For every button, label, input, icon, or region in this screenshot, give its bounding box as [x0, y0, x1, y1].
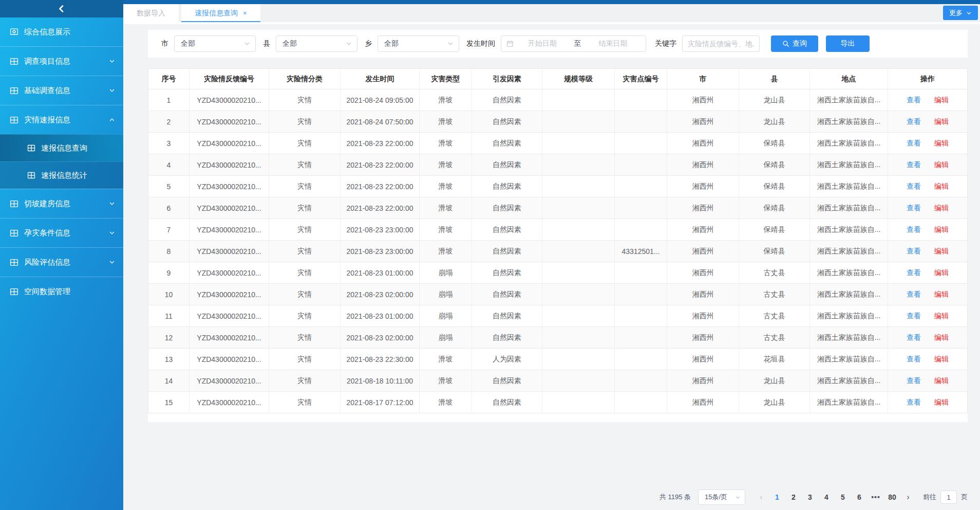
table-row: 12 YZD43000020210... 灾情 2021-08-23 02:00…	[148, 327, 967, 349]
tab-data-import[interactable]: 数据导入	[123, 4, 179, 22]
view-link[interactable]: 查看	[907, 160, 921, 170]
edit-link[interactable]: 编辑	[934, 117, 949, 126]
end-date-placeholder[interactable]: 结束日期	[585, 39, 642, 48]
col-header-factor: 引发因素	[472, 69, 542, 89]
tab-label: 数据导入	[137, 9, 165, 18]
cell-city: 湘西州	[667, 219, 739, 241]
view-link[interactable]: 查看	[907, 268, 921, 278]
more-button[interactable]: 更多	[943, 6, 978, 20]
county-select[interactable]: 全部	[276, 35, 357, 52]
goto-page-input[interactable]	[940, 490, 957, 504]
cell-location: 湘西土家族苗族自...	[810, 370, 888, 392]
next-page-button[interactable]: ›	[900, 493, 916, 502]
cell-point-code	[615, 197, 667, 219]
page-ellipsis[interactable]: •••	[868, 493, 884, 501]
chevron-down-icon	[244, 41, 250, 47]
view-link[interactable]: 查看	[907, 204, 921, 213]
more-button-label: 更多	[949, 8, 963, 17]
cell-code: YZD43000020210...	[190, 262, 269, 284]
sidebar-item[interactable]: 灾情速报信息	[0, 105, 123, 134]
cell-factor: 自然因素	[472, 241, 542, 262]
cell-scale	[542, 327, 615, 349]
cell-factor: 自然因素	[472, 133, 542, 154]
table-row: 10 YZD43000020210... 灾情 2021-08-23 02:00…	[148, 284, 967, 305]
keyword-input[interactable]	[682, 35, 760, 52]
sidebar-item[interactable]: 空间数据管理	[0, 277, 123, 306]
chevron-down-icon	[109, 230, 115, 236]
edit-link[interactable]: 编辑	[934, 225, 949, 234]
edit-link[interactable]: 编辑	[934, 204, 949, 213]
col-header-point: 灾害点编号	[615, 69, 667, 89]
edit-link[interactable]: 编辑	[934, 139, 949, 148]
sidebar-item-label: 风险评估信息	[24, 258, 70, 267]
cell-time: 2021-08-23 01:00:00	[341, 305, 420, 327]
view-link[interactable]: 查看	[907, 312, 921, 321]
view-link[interactable]: 查看	[907, 247, 921, 256]
page-number[interactable]: 1	[769, 493, 785, 501]
total-count-label: 共 1195 条	[659, 493, 691, 502]
page-number[interactable]: 5	[835, 493, 851, 501]
sidebar-collapse-button[interactable]	[0, 0, 123, 17]
table-icon	[10, 199, 18, 208]
view-link[interactable]: 查看	[907, 182, 921, 191]
cell-type: 滑坡	[420, 133, 472, 154]
cell-city: 湘西州	[667, 241, 739, 262]
cell-code: YZD43000020210...	[190, 197, 269, 219]
cell-type: 滑坡	[420, 392, 472, 413]
edit-link[interactable]: 编辑	[934, 333, 949, 342]
view-link[interactable]: 查看	[907, 333, 921, 342]
edit-link[interactable]: 编辑	[934, 290, 949, 299]
page-number[interactable]: 4	[818, 493, 835, 501]
edit-link[interactable]: 编辑	[934, 398, 949, 407]
export-button[interactable]: 导出	[826, 35, 870, 52]
sidebar-item[interactable]: 基础调查信息	[0, 76, 123, 105]
close-icon[interactable]: ×	[243, 10, 247, 16]
sidebar-item[interactable]: 综合信息展示	[0, 17, 123, 46]
col-header-code: 灾险情反馈编号	[190, 69, 269, 89]
edit-link[interactable]: 编辑	[934, 182, 949, 191]
sidebar-subitem[interactable]: 速报信息统计	[0, 161, 123, 189]
page-number[interactable]: 80	[884, 493, 900, 501]
cell-point-code	[615, 133, 667, 154]
view-link[interactable]: 查看	[907, 398, 921, 407]
sidebar-subitem[interactable]: 速报信息查询	[0, 134, 123, 161]
page-number[interactable]: 6	[851, 493, 868, 501]
cell-actions: 查看 编辑	[888, 219, 967, 241]
edit-link[interactable]: 编辑	[934, 247, 949, 256]
cell-no: 5	[148, 176, 190, 197]
cell-point-code	[615, 370, 667, 392]
sidebar-item[interactable]: 调查项目信息	[0, 46, 123, 76]
prev-page-button[interactable]: ‹	[753, 493, 769, 502]
view-link[interactable]: 查看	[907, 96, 921, 105]
page-size-select[interactable]: 15条/页	[698, 489, 745, 505]
view-link[interactable]: 查看	[907, 225, 921, 234]
edit-link[interactable]: 编辑	[934, 355, 949, 364]
cell-factor: 自然因素	[472, 284, 542, 305]
tab-report-query[interactable]: 速报信息查询 ×	[181, 4, 260, 22]
view-link[interactable]: 查看	[907, 355, 921, 364]
view-link[interactable]: 查看	[907, 290, 921, 299]
edit-link[interactable]: 编辑	[934, 376, 949, 386]
view-link[interactable]: 查看	[907, 139, 921, 148]
edit-link[interactable]: 编辑	[934, 268, 949, 278]
sidebar-item[interactable]: 切坡建房信息	[0, 189, 123, 218]
view-link[interactable]: 查看	[907, 376, 921, 386]
tab-label: 速报信息查询	[195, 9, 238, 18]
edit-link[interactable]: 编辑	[934, 96, 949, 105]
edit-link[interactable]: 编辑	[934, 160, 949, 170]
start-date-placeholder[interactable]: 开始日期	[514, 39, 571, 48]
sidebar-item[interactable]: 风险评估信息	[0, 247, 123, 277]
search-button[interactable]: 查询	[771, 35, 818, 52]
town-select[interactable]: 全部	[378, 35, 459, 52]
edit-link[interactable]: 编辑	[934, 312, 949, 321]
chevron-left-icon	[58, 5, 66, 13]
sidebar-item[interactable]: 孕灾条件信息	[0, 218, 123, 247]
city-select[interactable]: 全部	[174, 35, 256, 52]
cell-code: YZD43000020210...	[190, 89, 269, 111]
cell-no: 13	[148, 349, 190, 370]
view-link[interactable]: 查看	[907, 117, 921, 126]
page-number[interactable]: 3	[802, 493, 818, 501]
page-number[interactable]: 2	[785, 493, 802, 501]
date-range-picker[interactable]: 开始日期 至 结束日期	[501, 35, 646, 52]
cell-actions: 查看 编辑	[888, 392, 967, 413]
